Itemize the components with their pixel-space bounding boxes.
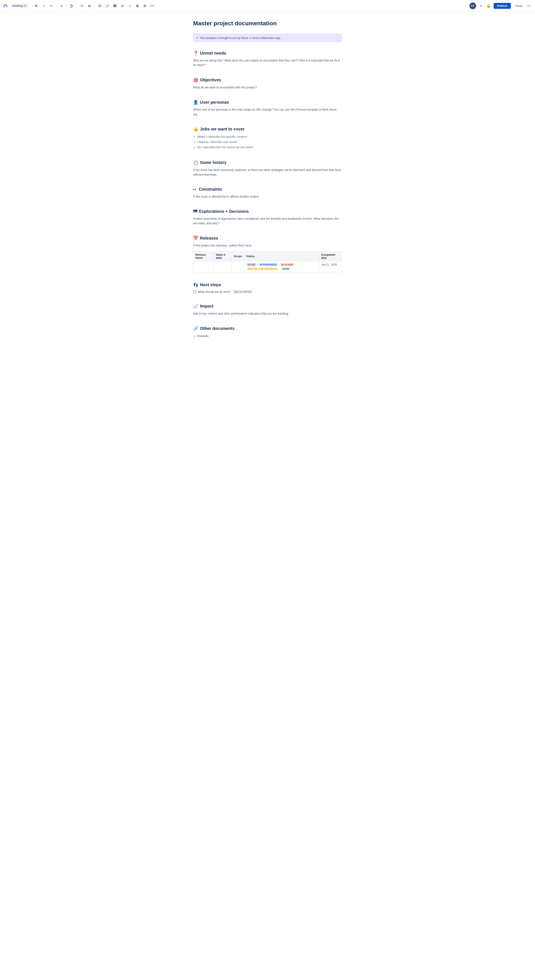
jobs-placeholder-1: <describe the specific context> [207, 135, 248, 138]
jobs-emoji-icon: 👍 [193, 127, 198, 132]
section-objectives: 🎯 Objectives What do we want to accompli… [193, 78, 342, 90]
layout-icon: ⊟ [144, 4, 146, 8]
bold-button[interactable]: B [33, 3, 40, 9]
cell-scope[interactable] [232, 261, 244, 272]
list-item[interactable]: When I <describe the specific context> [197, 134, 342, 140]
table-icon: ⊞ [136, 4, 138, 8]
table-row: TO DO / IN PROGRESS / BLOCKED / WAITING … [193, 261, 342, 272]
badge-todo[interactable]: TO DO [246, 263, 256, 266]
numbered-list-icon: ⊟ [88, 4, 91, 8]
list-item[interactable]: So I can<describe the reason for the nee… [197, 145, 342, 150]
constraints-dots-icon [193, 189, 196, 190]
add-collaborator-button[interactable]: + [478, 3, 484, 9]
lock-icon: 🔒 [486, 4, 491, 8]
heading-select-label: Heading 2 [13, 4, 25, 7]
plus-icon: + [480, 4, 482, 8]
badge-sep-3: / [295, 263, 296, 266]
image-icon: 🖼 [113, 4, 116, 8]
some-history-emoji-icon: 📋 [193, 160, 198, 165]
layout-button[interactable]: ⊟ [141, 3, 148, 9]
text-color-icon: A [70, 4, 72, 8]
other-doc-item-1[interactable]: Example [197, 334, 209, 337]
section-jobs: 👍 Jobs we want to cover When I <describe… [193, 127, 342, 150]
constraints-text[interactable]: If this issue is affected by or affects … [193, 194, 342, 199]
numbered-list-button[interactable]: ⊟ [86, 3, 93, 9]
publish-button[interactable]: Publish [494, 3, 511, 9]
next-steps-task-label[interactable]: What should we do next? [198, 290, 230, 293]
jobs-placeholder-3: <describe the reason for the need> [208, 145, 254, 149]
unmet-needs-text[interactable]: Why are we doing this? What does the use… [193, 58, 342, 67]
heading-select[interactable]: Heading 2 ▾ [11, 3, 29, 8]
badge-inprogress[interactable]: IN PROGRESS [259, 263, 278, 266]
set-status-button[interactable]: SET A STATUS [232, 290, 253, 294]
more-format-button[interactable]: ••• [48, 3, 54, 9]
col-completed-date: Completed date [319, 251, 342, 261]
section-heading-other-documents: 🔗 Other documents [193, 326, 342, 331]
align-chevron-icon: ▾ [62, 5, 63, 7]
insert-more-button[interactable]: +••• [149, 3, 156, 9]
explorations-text[interactable]: Outline what kinds of approaches were co… [193, 216, 342, 226]
section-heading-constraints: Constraints [193, 187, 342, 192]
image-button[interactable]: 🖼 [111, 3, 118, 9]
text-color-button[interactable]: A ▾ [68, 3, 75, 9]
section-heading-unmet-needs: ❓ Unmet needs [193, 51, 342, 56]
some-history-text[interactable]: If the issue has been previously explore… [193, 168, 342, 177]
badge-done[interactable]: DONE [281, 267, 291, 270]
link-button[interactable]: 🔗 [104, 3, 111, 9]
cell-status[interactable]: TO DO / IN PROGRESS / BLOCKED / WAITING … [244, 261, 319, 272]
badge-blocked[interactable]: BLOCKED [280, 263, 295, 266]
align-button[interactable]: ≡ ▾ [58, 3, 65, 9]
close-button[interactable]: Close [513, 3, 525, 9]
task-icon: ☑ [98, 4, 101, 8]
cell-value-adds[interactable] [214, 261, 232, 272]
chevron-down-icon: ▾ [26, 5, 27, 7]
cell-completed-date[interactable]: Jan 21, 2020 [319, 261, 342, 272]
confluence-logo-icon[interactable] [3, 3, 8, 9]
user-personas-text[interactable]: Which one of our personas is the main ta… [193, 107, 342, 117]
at-icon: @ [121, 4, 124, 8]
section-releases: 📅 Releases If this project has releases,… [193, 235, 342, 272]
italic-button[interactable]: I [40, 3, 47, 9]
releases-table: Release Name Value it adds Scope Status … [193, 251, 342, 272]
impact-text[interactable]: Add in key metrics and other performance… [193, 311, 342, 316]
info-banner-text: This template is brought to you by Mural… [200, 37, 281, 40]
more-actions-button[interactable]: ••• [526, 3, 532, 9]
status-badges: TO DO / IN PROGRESS / BLOCKED / WAITING … [246, 263, 317, 270]
task-button[interactable]: ☑ [96, 3, 103, 9]
section-heading-jobs: 👍 Jobs we want to cover [193, 127, 342, 132]
jobs-bullet-2: I want to [197, 140, 209, 143]
text-color-chevron-icon: ▾ [72, 5, 73, 7]
section-heading-objectives: 🎯 Objectives [193, 78, 342, 83]
mural-icon: ▪ [197, 36, 198, 40]
toolbar-divider-5 [94, 3, 95, 8]
objectives-text[interactable]: What do we want to accomplish with this … [193, 85, 342, 90]
info-banner: ▪ This template is brought to you by Mur… [193, 33, 342, 42]
col-value-adds: Value it adds [214, 251, 232, 261]
avatar[interactable]: CK [469, 3, 476, 9]
section-heading-impact: 📈 Impact [193, 304, 342, 309]
align-icon: ≡ [60, 4, 62, 8]
releases-text[interactable]: If this project has releases, outline th… [193, 243, 342, 248]
section-unmet-needs: ❓ Unmet needs Why are we doing this? Wha… [193, 51, 342, 67]
table-button[interactable]: ⊞ [134, 3, 141, 9]
toolbar-divider-1 [31, 3, 31, 8]
jobs-placeholder-2: <describe user need> [209, 140, 237, 143]
page-title[interactable]: Master project documentation [193, 20, 342, 27]
bullet-list-button[interactable]: ≔ [79, 3, 85, 9]
bullet-list-icon: ≔ [81, 4, 83, 8]
emoji-button[interactable]: ☺ [127, 3, 133, 9]
other-docs-emoji-icon: 🔗 [193, 326, 198, 331]
list-item[interactable]: Example [197, 333, 342, 339]
task-checkbox[interactable] [193, 290, 196, 293]
list-item[interactable]: I want to <describe user need> [197, 140, 342, 145]
section-constraints: Constraints If this issue is affected by… [193, 187, 342, 199]
explorations-emoji-icon: 🗺 [193, 209, 197, 214]
badge-waiting[interactable]: WAITING FOR FEEDBACK [246, 267, 279, 270]
lock-button[interactable]: 🔒 [485, 3, 492, 9]
other-documents-list: Example [197, 333, 342, 339]
badge-sep-1: / [257, 263, 258, 266]
mention-button[interactable]: @ [119, 3, 125, 9]
jobs-list: When I <describe the specific context> I… [197, 134, 342, 150]
cell-release-name[interactable] [193, 261, 214, 272]
col-scope: Scope [232, 251, 244, 261]
